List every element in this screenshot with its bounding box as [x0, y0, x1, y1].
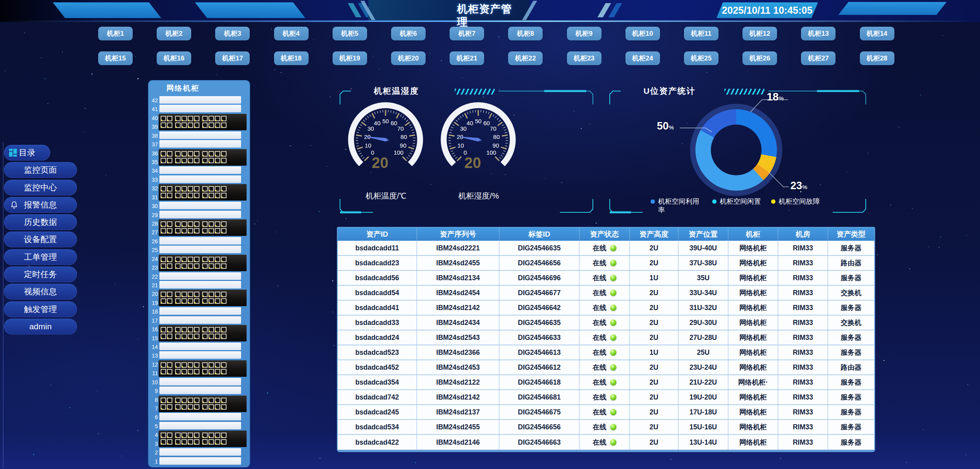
- ethernet-port: [161, 292, 166, 297]
- status-text: 在线: [593, 363, 607, 372]
- ethernet-port: [161, 398, 166, 403]
- cabinet-button-4[interactable]: 机柜4: [274, 27, 309, 40]
- ethernet-port: [161, 193, 166, 198]
- cabinet-button-11[interactable]: 机柜11: [684, 27, 719, 40]
- table-row[interactable]: bsdadcadd41IBM24sd2142DIG24546642在线2U31U…: [338, 301, 874, 316]
- cabinet-button-18[interactable]: 机柜18: [274, 51, 309, 65]
- star-dot: [923, 429, 923, 430]
- ethernet-port: [188, 263, 193, 269]
- cabinet-button-1[interactable]: 机柜1: [98, 27, 133, 40]
- rack-empty-slot: [159, 378, 241, 385]
- switch-port-group: [202, 221, 227, 234]
- cabinet-button-5[interactable]: 机柜5: [333, 27, 367, 40]
- rack-empty-slot: [159, 246, 241, 253]
- legend-item[interactable]: 机柜空间故障: [771, 197, 820, 214]
- ethernet-port: [202, 327, 208, 332]
- cabinet-button-16[interactable]: 机柜16: [157, 51, 191, 65]
- ethernet-port: [202, 362, 208, 368]
- ethernet-port: [221, 327, 227, 332]
- cabinet-button-21[interactable]: 机柜21: [450, 51, 484, 65]
- cabinet-button-2[interactable]: 机柜2: [157, 27, 191, 40]
- rack-unit-number: 12: [148, 360, 158, 369]
- cabinet-button-22[interactable]: 机柜22: [508, 51, 543, 65]
- table-row[interactable]: bsdadcadd24IBM24sd2543DIG24546633在线2U27U…: [338, 330, 874, 345]
- cabinet-button-15[interactable]: 机柜15: [98, 51, 133, 65]
- gauge-caption: 机柜湿度/%: [430, 191, 528, 201]
- cabinet-button-17[interactable]: 机柜17: [215, 51, 250, 65]
- star-dot: [290, 145, 291, 146]
- cabinet-button-3[interactable]: 机柜3: [215, 27, 250, 40]
- cabinet-button-26[interactable]: 机柜26: [742, 51, 777, 65]
- sidebar-item-scheduled-task[interactable]: 定时任务: [4, 266, 77, 282]
- rack-empty-slot: [159, 343, 241, 350]
- switch-port-group: [202, 398, 227, 410]
- cabinet-button-25[interactable]: 机柜25: [684, 51, 719, 65]
- rack-unit-number: 16: [148, 325, 158, 334]
- ethernet-port: [202, 433, 208, 438]
- ethernet-port: [188, 327, 193, 332]
- sidebar-item-device-config[interactable]: 设备配置: [4, 232, 77, 247]
- cabinet-button-23[interactable]: 机柜23: [567, 51, 602, 65]
- cabinet-button-20[interactable]: 机柜20: [391, 51, 426, 65]
- legend-item[interactable]: 机柜空间利用率: [651, 197, 702, 214]
- table-row[interactable]: bsdadcad422IBM24sd2146DIG24546663在线2U13U…: [338, 435, 874, 450]
- cabinet-button-10[interactable]: 机柜10: [625, 27, 660, 40]
- sidebar-item-monitor-center[interactable]: 监控中心: [4, 180, 77, 195]
- cell-asset-id: bsdadcad422: [338, 435, 417, 450]
- cell-asset-id: bsdadcad245: [338, 405, 417, 420]
- ethernet-port: [208, 398, 214, 403]
- rack-switch-device: [159, 360, 247, 377]
- ethernet-port: [181, 369, 187, 374]
- table-row[interactable]: bsdadcad534IBM24sd2455DIG24546656在线2U15U…: [338, 420, 874, 435]
- ethernet-port: [194, 433, 199, 438]
- star-dot: [320, 458, 320, 459]
- cabinet-button-19[interactable]: 机柜19: [333, 51, 367, 65]
- cell-height: 2U: [630, 360, 678, 375]
- cabinet-button-27[interactable]: 机柜27: [801, 51, 836, 65]
- star-dot: [906, 462, 907, 463]
- cabinet-button-13[interactable]: 机柜13: [801, 27, 836, 40]
- status-text: 在线: [593, 258, 607, 268]
- cabinet-button-14[interactable]: 机柜14: [860, 27, 894, 40]
- table-row[interactable]: bsdadcadd23IBM24sd2455DIG24546656在线2U37U…: [338, 256, 874, 271]
- sidebar-item-alarm-info[interactable]: 报警信息: [4, 197, 77, 213]
- sidebar-menu: 目录监控页面监控中心报警信息历史数据设备配置工单管理定时任务视频信息触发管理ad…: [4, 145, 79, 336]
- ethernet-port: [161, 369, 166, 374]
- legend-item[interactable]: 机柜空间闲置: [712, 197, 761, 214]
- table-row[interactable]: bsdadcad245IBM24sd2137DIG24546675在线2U17U…: [338, 405, 874, 420]
- ethernet-port: [161, 228, 166, 234]
- rack-unit-number: 31: [148, 193, 158, 202]
- table-row[interactable]: bsdadcadd33IBM24sd2434DIG24546635在线2U29U…: [338, 316, 874, 330]
- table-row[interactable]: bsdadcadd54IBM24sd2454DIG24546677在线2U33U…: [338, 286, 874, 301]
- ethernet-port: [208, 433, 214, 438]
- cabinet-button-7[interactable]: 机柜7: [450, 27, 484, 40]
- table-row[interactable]: bsdadcadd11IBM24sd2221DIG24546635在线2U39U…: [338, 241, 874, 256]
- cabinet-button-28[interactable]: 机柜28: [860, 51, 894, 65]
- sidebar-item-catalog[interactable]: 目录: [4, 145, 50, 161]
- sidebar-item-monitor-page[interactable]: 监控页面: [4, 162, 77, 178]
- ethernet-port: [215, 327, 220, 332]
- cabinet-button-12[interactable]: 机柜12: [742, 27, 777, 40]
- sidebar-item-trigger-management[interactable]: 触发管理: [4, 301, 77, 317]
- sidebar-item-history-data[interactable]: 历史数据: [4, 214, 77, 230]
- table-row[interactable]: bsdadcad742IBM24sd2142DIG24546681在线2U19U…: [338, 390, 874, 405]
- cabinet-button-6[interactable]: 机柜6: [391, 27, 426, 40]
- cell-tag-id: DIG24546656: [499, 256, 580, 271]
- table-row[interactable]: bsdadcadd56IBM24sd2134DIG24546696在线1U35U…: [338, 271, 874, 286]
- cabinet-button-8[interactable]: 机柜8: [508, 27, 543, 40]
- sidebar-item-video-info[interactable]: 视频信息: [4, 284, 77, 299]
- table-row[interactable]: bsdadcad452IBM24sd2453DIG24546612在线2U23U…: [338, 360, 874, 375]
- cabinet-button-24[interactable]: 机柜24: [625, 51, 660, 65]
- star-dot: [883, 360, 885, 361]
- table-row[interactable]: bsdadcad523IBM24sd2366DIG24546613在线1U25U…: [338, 345, 874, 360]
- sidebar-item-work-order[interactable]: 工单管理: [4, 249, 77, 265]
- star-dot: [671, 460, 672, 460]
- ethernet-port: [215, 433, 220, 438]
- cell-cabinet: 网络机柜: [728, 241, 778, 256]
- sidebar-item-admin[interactable]: admin: [4, 319, 77, 334]
- cabinet-button-9[interactable]: 机柜9: [567, 27, 602, 40]
- cell-type: 交换机: [828, 316, 874, 330]
- table-row[interactable]: bsdadcad354IBM24sd2122DIG24546618在线2U21U…: [338, 375, 874, 390]
- star-dot: [967, 384, 968, 385]
- cell-cabinet: 网络机柜: [728, 256, 778, 271]
